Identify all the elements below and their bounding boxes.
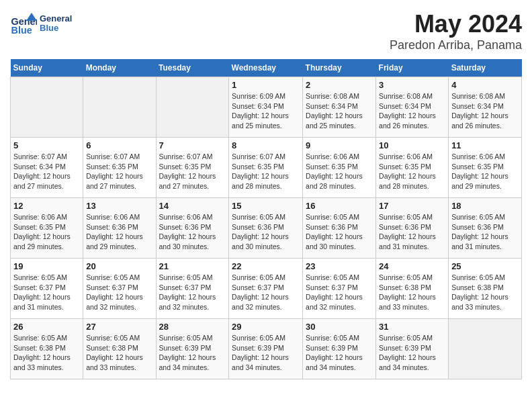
calendar-cell: 29Sunrise: 6:05 AM Sunset: 6:39 PM Dayli… xyxy=(229,319,303,379)
day-info: Sunrise: 6:06 AM Sunset: 6:35 PM Dayligh… xyxy=(379,152,445,191)
calendar-cell: 22Sunrise: 6:05 AM Sunset: 6:37 PM Dayli… xyxy=(229,259,303,319)
day-number: 27 xyxy=(86,322,152,332)
day-number: 16 xyxy=(306,201,373,211)
day-header-sunday: Sunday xyxy=(11,59,83,77)
day-number: 25 xyxy=(451,261,519,271)
week-row-3: 12Sunrise: 6:06 AM Sunset: 6:35 PM Dayli… xyxy=(11,198,522,259)
logo-icon: General Blue xyxy=(10,10,37,37)
day-number: 4 xyxy=(451,80,519,90)
calendar-cell: 5Sunrise: 6:07 AM Sunset: 6:34 PM Daylig… xyxy=(11,138,83,198)
calendar-cell: 21Sunrise: 6:05 AM Sunset: 6:37 PM Dayli… xyxy=(156,259,229,319)
calendar-title: May 2024 xyxy=(390,10,522,38)
day-number: 20 xyxy=(86,261,152,271)
day-info: Sunrise: 6:06 AM Sunset: 6:35 PM Dayligh… xyxy=(13,212,80,252)
calendar-cell: 28Sunrise: 6:05 AM Sunset: 6:39 PM Dayli… xyxy=(156,319,229,379)
day-number: 10 xyxy=(379,140,445,150)
page-header: General Blue General Blue May 2024 Pared… xyxy=(10,10,522,52)
calendar-cell: 4Sunrise: 6:08 AM Sunset: 6:34 PM Daylig… xyxy=(449,77,522,138)
day-info: Sunrise: 6:05 AM Sunset: 6:37 PM Dayligh… xyxy=(232,273,300,312)
day-number: 31 xyxy=(379,322,445,332)
day-info: Sunrise: 6:05 AM Sunset: 6:39 PM Dayligh… xyxy=(159,333,226,373)
calendar-cell: 10Sunrise: 6:06 AM Sunset: 6:35 PM Dayli… xyxy=(376,138,449,198)
day-info: Sunrise: 6:06 AM Sunset: 6:35 PM Dayligh… xyxy=(451,152,519,191)
day-info: Sunrise: 6:05 AM Sunset: 6:36 PM Dayligh… xyxy=(306,212,373,252)
day-number: 18 xyxy=(451,201,519,211)
day-number: 30 xyxy=(306,322,373,332)
day-info: Sunrise: 6:06 AM Sunset: 6:36 PM Dayligh… xyxy=(86,212,152,252)
day-info: Sunrise: 6:05 AM Sunset: 6:37 PM Dayligh… xyxy=(13,273,80,312)
calendar-cell: 26Sunrise: 6:05 AM Sunset: 6:38 PM Dayli… xyxy=(11,319,83,379)
calendar-cell: 20Sunrise: 6:05 AM Sunset: 6:37 PM Dayli… xyxy=(83,259,156,319)
day-info: Sunrise: 6:05 AM Sunset: 6:38 PM Dayligh… xyxy=(13,333,80,373)
calendar-cell: 9Sunrise: 6:06 AM Sunset: 6:35 PM Daylig… xyxy=(303,138,376,198)
week-row-2: 5Sunrise: 6:07 AM Sunset: 6:34 PM Daylig… xyxy=(11,138,522,198)
day-header-monday: Monday xyxy=(83,59,156,77)
day-info: Sunrise: 6:05 AM Sunset: 6:36 PM Dayligh… xyxy=(379,212,445,252)
day-info: Sunrise: 6:05 AM Sunset: 6:39 PM Dayligh… xyxy=(306,333,373,373)
day-info: Sunrise: 6:08 AM Sunset: 6:34 PM Dayligh… xyxy=(451,91,519,131)
calendar-table: SundayMondayTuesdayWednesdayThursdayFrid… xyxy=(10,59,522,379)
calendar-cell: 14Sunrise: 6:06 AM Sunset: 6:36 PM Dayli… xyxy=(156,198,229,259)
day-info: Sunrise: 6:05 AM Sunset: 6:37 PM Dayligh… xyxy=(86,273,152,312)
calendar-cell: 3Sunrise: 6:08 AM Sunset: 6:34 PM Daylig… xyxy=(376,77,449,138)
calendar-cell: 17Sunrise: 6:05 AM Sunset: 6:36 PM Dayli… xyxy=(376,198,449,259)
day-info: Sunrise: 6:05 AM Sunset: 6:38 PM Dayligh… xyxy=(86,333,152,373)
day-number: 11 xyxy=(451,140,519,150)
day-info: Sunrise: 6:05 AM Sunset: 6:39 PM Dayligh… xyxy=(232,333,300,373)
title-block: May 2024 Paredon Arriba, Panama xyxy=(390,10,522,52)
day-info: Sunrise: 6:08 AM Sunset: 6:34 PM Dayligh… xyxy=(306,91,373,131)
day-number: 28 xyxy=(159,322,226,332)
day-info: Sunrise: 6:06 AM Sunset: 6:35 PM Dayligh… xyxy=(306,152,373,191)
week-row-5: 26Sunrise: 6:05 AM Sunset: 6:38 PM Dayli… xyxy=(11,319,522,379)
day-number: 7 xyxy=(159,140,226,150)
day-info: Sunrise: 6:05 AM Sunset: 6:38 PM Dayligh… xyxy=(451,273,519,312)
logo-text-general: General xyxy=(40,13,72,24)
day-number: 22 xyxy=(232,261,300,271)
day-number: 3 xyxy=(379,80,445,90)
calendar-cell: 11Sunrise: 6:06 AM Sunset: 6:35 PM Dayli… xyxy=(449,138,522,198)
week-row-1: 1Sunrise: 6:09 AM Sunset: 6:34 PM Daylig… xyxy=(11,77,522,138)
calendar-cell: 12Sunrise: 6:06 AM Sunset: 6:35 PM Dayli… xyxy=(11,198,83,259)
day-number: 26 xyxy=(13,322,80,332)
calendar-cell: 19Sunrise: 6:05 AM Sunset: 6:37 PM Dayli… xyxy=(11,259,83,319)
day-number: 5 xyxy=(13,140,80,150)
day-info: Sunrise: 6:07 AM Sunset: 6:35 PM Dayligh… xyxy=(159,152,226,191)
day-number: 1 xyxy=(232,80,300,90)
day-number: 17 xyxy=(379,201,445,211)
day-info: Sunrise: 6:05 AM Sunset: 6:39 PM Dayligh… xyxy=(379,333,445,373)
day-number: 12 xyxy=(13,201,80,211)
week-row-4: 19Sunrise: 6:05 AM Sunset: 6:37 PM Dayli… xyxy=(11,259,522,319)
calendar-cell: 18Sunrise: 6:05 AM Sunset: 6:36 PM Dayli… xyxy=(449,198,522,259)
day-number: 9 xyxy=(306,140,373,150)
day-info: Sunrise: 6:07 AM Sunset: 6:34 PM Dayligh… xyxy=(13,152,80,191)
day-number: 24 xyxy=(379,261,445,271)
day-info: Sunrise: 6:05 AM Sunset: 6:36 PM Dayligh… xyxy=(232,212,300,252)
calendar-cell: 25Sunrise: 6:05 AM Sunset: 6:38 PM Dayli… xyxy=(449,259,522,319)
calendar-cell: 13Sunrise: 6:06 AM Sunset: 6:36 PM Dayli… xyxy=(83,198,156,259)
day-info: Sunrise: 6:05 AM Sunset: 6:37 PM Dayligh… xyxy=(306,273,373,312)
calendar-cell xyxy=(11,77,83,138)
calendar-cell: 30Sunrise: 6:05 AM Sunset: 6:39 PM Dayli… xyxy=(303,319,376,379)
day-number: 15 xyxy=(232,201,300,211)
day-number: 23 xyxy=(306,261,373,271)
day-number: 29 xyxy=(232,322,300,332)
day-header-wednesday: Wednesday xyxy=(229,59,303,77)
calendar-cell xyxy=(156,77,229,138)
day-info: Sunrise: 6:08 AM Sunset: 6:34 PM Dayligh… xyxy=(379,91,445,131)
calendar-cell: 24Sunrise: 6:05 AM Sunset: 6:38 PM Dayli… xyxy=(376,259,449,319)
day-number: 13 xyxy=(86,201,152,211)
calendar-cell: 6Sunrise: 6:07 AM Sunset: 6:35 PM Daylig… xyxy=(83,138,156,198)
svg-text:Blue: Blue xyxy=(11,25,32,36)
calendar-cell xyxy=(449,319,522,379)
day-header-friday: Friday xyxy=(376,59,449,77)
logo-text-blue: Blue xyxy=(40,23,58,33)
day-info: Sunrise: 6:07 AM Sunset: 6:35 PM Dayligh… xyxy=(86,152,152,191)
calendar-cell: 1Sunrise: 6:09 AM Sunset: 6:34 PM Daylig… xyxy=(229,77,303,138)
calendar-cell: 27Sunrise: 6:05 AM Sunset: 6:38 PM Dayli… xyxy=(83,319,156,379)
day-number: 19 xyxy=(13,261,80,271)
day-info: Sunrise: 6:05 AM Sunset: 6:36 PM Dayligh… xyxy=(451,212,519,252)
day-number: 2 xyxy=(306,80,373,90)
day-header-thursday: Thursday xyxy=(303,59,376,77)
calendar-cell: 2Sunrise: 6:08 AM Sunset: 6:34 PM Daylig… xyxy=(303,77,376,138)
day-info: Sunrise: 6:07 AM Sunset: 6:35 PM Dayligh… xyxy=(232,152,300,191)
